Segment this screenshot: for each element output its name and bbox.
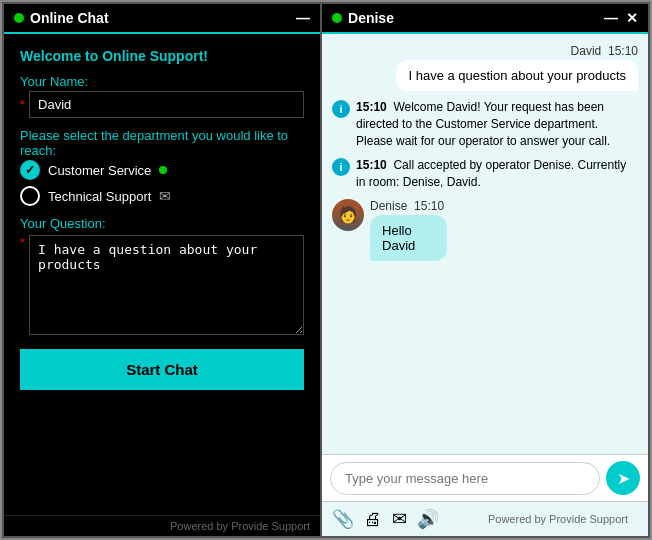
system-message-1: i 15:10 Welcome David! Your request has …	[332, 99, 638, 149]
name-input[interactable]	[29, 91, 304, 118]
send-button[interactable]: ➤	[606, 461, 640, 495]
name-required-star: *	[20, 97, 25, 112]
info-icon-1: i	[332, 100, 350, 118]
status-dot	[14, 13, 24, 23]
welcome-text: Welcome to Online Support!	[20, 48, 304, 64]
print-icon[interactable]: 🖨	[364, 509, 382, 530]
right-header: Denise — ✕	[322, 4, 648, 34]
left-body: Welcome to Online Support! Your Name: * …	[4, 34, 320, 515]
left-header: Online Chat —	[4, 4, 320, 34]
right-title: Denise	[348, 10, 394, 26]
system-time-1: 15:10	[356, 100, 387, 114]
sound-icon[interactable]: 🔊	[417, 508, 439, 530]
outgoing-sender: David	[571, 44, 602, 58]
dept-options: ✓ Customer Service Technical Support ✉	[20, 160, 304, 206]
check-icon: ✓	[20, 160, 40, 180]
outgoing-message: David 15:10 I have a question about your…	[332, 44, 638, 91]
incoming-content: Denise 15:10 Hello David	[370, 199, 460, 261]
question-required-star: *	[20, 235, 25, 250]
info-icon-2: i	[332, 158, 350, 176]
system-body-2: Call accepted by operator Denise. Curren…	[356, 158, 626, 189]
incoming-message: 🧑 Denise 15:10 Hello David	[332, 199, 638, 261]
system-message-2: i 15:10 Call accepted by operator Denise…	[332, 157, 638, 191]
left-panel: Online Chat — Welcome to Online Support!…	[4, 4, 322, 536]
right-status-dot	[332, 13, 342, 23]
textarea-wrap: * I have a question about your products	[20, 235, 304, 335]
right-minimize-button[interactable]: —	[604, 10, 618, 26]
right-panel: Denise — ✕ David 15:10 I have a question…	[322, 4, 648, 536]
email-toolbar-icon[interactable]: ✉	[392, 508, 407, 530]
incoming-sender: Denise	[370, 199, 407, 213]
left-footer: Powered by Provide Support	[4, 515, 320, 536]
question-label: Your Question:	[20, 216, 304, 231]
attach-icon[interactable]: 📎	[332, 508, 354, 530]
dept-online-dot	[159, 166, 167, 174]
toolbar-icons: 📎 🖨 ✉ 🔊	[332, 508, 439, 530]
system-text-1: 15:10 Welcome David! Your request has be…	[356, 99, 638, 149]
incoming-time: 15:10	[414, 199, 444, 213]
outgoing-meta: David 15:10	[571, 44, 638, 58]
start-chat-button[interactable]: Start Chat	[20, 349, 304, 390]
dept-option-customer-service[interactable]: ✓ Customer Service	[20, 160, 304, 180]
system-text-2: 15:10 Call accepted by operator Denise. …	[356, 157, 638, 191]
left-title: Online Chat	[30, 10, 109, 26]
outgoing-time: 15:10	[608, 44, 638, 58]
chat-body: David 15:10 I have a question about your…	[322, 34, 648, 454]
incoming-bubble: Hello David	[370, 215, 447, 261]
dept-label-customer: Customer Service	[48, 163, 151, 178]
minimize-button[interactable]: —	[296, 10, 310, 26]
department-group: Please select the department you would l…	[20, 128, 304, 206]
name-label: Your Name:	[20, 74, 304, 89]
radio-icon	[20, 186, 40, 206]
avatar: 🧑	[332, 199, 364, 231]
system-time-2: 15:10	[356, 158, 387, 172]
avatar-inner: 🧑	[332, 199, 364, 231]
right-header-title: Denise	[332, 10, 394, 26]
question-textarea[interactable]: I have a question about your products	[29, 235, 304, 335]
chat-toolbar: 📎 🖨 ✉ 🔊 Powered by Provide Support	[322, 501, 648, 536]
chat-input[interactable]	[330, 462, 600, 495]
chat-input-area: ➤	[322, 454, 648, 501]
outgoing-bubble: I have a question about your products	[396, 60, 638, 91]
send-icon: ➤	[617, 469, 630, 488]
right-footer: Powered by Provide Support	[478, 510, 638, 528]
right-header-controls: — ✕	[604, 10, 638, 26]
right-close-button[interactable]: ✕	[626, 10, 638, 26]
dept-label-technical: Technical Support	[48, 189, 151, 204]
dept-option-technical-support[interactable]: Technical Support ✉	[20, 186, 304, 206]
name-field-group: Your Name: *	[20, 74, 304, 118]
system-body-1: Welcome David! Your request has been dir…	[356, 100, 610, 148]
left-header-controls: —	[296, 10, 310, 26]
incoming-meta: Denise 15:10	[370, 199, 460, 213]
email-icon: ✉	[159, 188, 171, 204]
dept-label: Please select the department you would l…	[20, 128, 304, 158]
question-section: Your Question: * I have a question about…	[20, 216, 304, 335]
left-header-title: Online Chat	[14, 10, 109, 26]
